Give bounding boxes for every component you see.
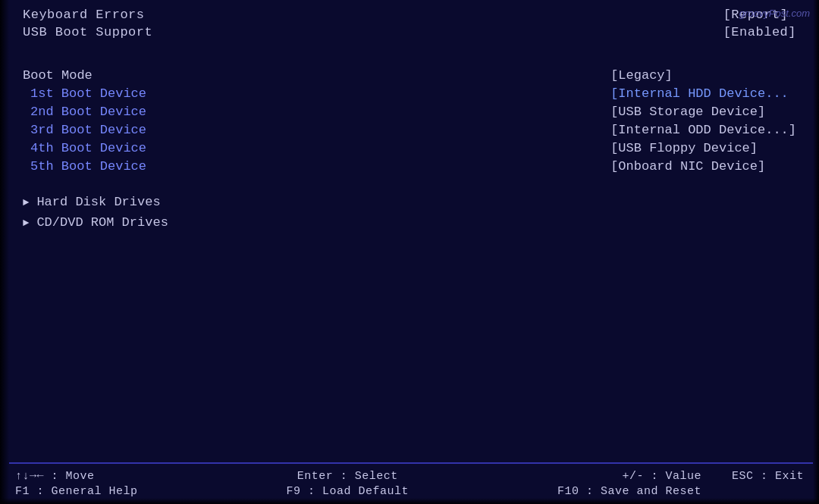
status-bar-left: ↑↓→← : Move F1 : General Help [15,470,138,498]
general-help-hint: F1 : General Help [15,485,138,498]
main-content: Keyboard Errors USB Boot Support [Report… [0,0,819,462]
cd-dvd-arrow-icon: ► [23,217,29,229]
value-hint: +/- : Value [557,470,701,483]
status-bar-right-right: ESC : Exit [732,470,804,498]
save-reset-hint: F10 : Save and Reset [557,485,701,498]
boot-value-col: [Legacy] [Internal HDD Device... [USB St… [610,68,796,174]
boot-section: Boot Mode 1st Boot Device 2nd Boot Devic… [23,68,796,174]
cd-dvd-rom-drives-label: CD/DVD ROM Drives [36,215,168,230]
cd-dvd-rom-drives-item[interactable]: ► CD/DVD ROM Drives [23,215,796,230]
keyboard-errors-label: Keyboard Errors [23,8,152,22]
usb-boot-support-value: [Enabled] [723,25,796,39]
esc-hint: ESC : Exit [732,470,804,483]
boot-device-4-value: [USB Floppy Device] [610,141,796,155]
load-default-hint: F9 : Load Default [286,485,409,498]
boot-device-4-label[interactable]: 4th Boot Device [23,141,146,155]
bios-screen: groovyPost.com Keyboard Errors USB Boot … [0,0,819,504]
boot-mode-label: Boot Mode [23,68,146,83]
status-bar-right-left: +/- : Value F10 : Save and Reset [557,470,701,498]
boot-device-1-value: [Internal HDD Device... [610,86,796,101]
boot-device-5-value: [Onboard NIC Device] [610,159,796,174]
top-labels: Keyboard Errors USB Boot Support [23,8,152,39]
boot-device-1-label[interactable]: 1st Boot Device [23,86,146,101]
boot-device-5-label[interactable]: 5th Boot Device [23,159,146,174]
boot-device-2-label[interactable]: 2nd Boot Device [23,105,146,119]
boot-device-3-value: [Internal ODD Device...] [610,123,796,137]
usb-boot-support-label: USB Boot Support [23,25,152,39]
move-hint: ↑↓→← : Move [15,470,138,483]
drives-section: ► Hard Disk Drives ► CD/DVD ROM Drives [23,195,796,230]
hard-disk-arrow-icon: ► [23,196,29,208]
select-hint: Enter : Select [286,470,409,483]
status-bar-center: Enter : Select F9 : Load Default [286,470,409,498]
hard-disk-drives-label: Hard Disk Drives [36,195,160,209]
boot-device-2-value: [USB Storage Device] [610,105,796,119]
boot-mode-value: [Legacy] [610,68,796,83]
boot-device-3-label[interactable]: 3rd Boot Device [23,123,146,137]
watermark: groovyPost.com [739,8,810,19]
top-section: Keyboard Errors USB Boot Support [Report… [23,8,796,39]
boot-label-col: Boot Mode 1st Boot Device 2nd Boot Devic… [23,68,146,174]
hard-disk-drives-item[interactable]: ► Hard Disk Drives [23,195,796,209]
